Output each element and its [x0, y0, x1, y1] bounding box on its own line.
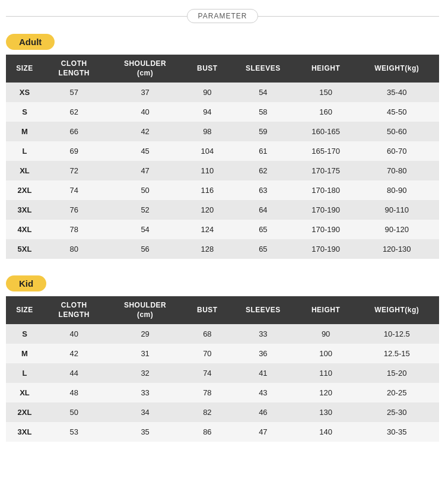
- table-cell: 53: [43, 422, 105, 442]
- table-cell: S: [6, 102, 43, 122]
- table-cell: 45-50: [354, 102, 439, 122]
- table-cell: 130: [297, 402, 355, 422]
- table-cell: 33: [229, 324, 297, 344]
- table-cell: 170-190: [297, 220, 355, 239]
- table-cell: 90-120: [354, 220, 439, 239]
- table-cell: 48: [43, 383, 105, 402]
- table-cell: 90: [297, 324, 355, 344]
- table-cell: XS: [6, 83, 43, 102]
- table-cell: 160: [297, 102, 355, 122]
- adult-col-height: HEIGHT: [297, 55, 355, 83]
- table-cell: 120-130: [354, 239, 439, 259]
- adult-table: SIZE CLOTHLENGTH SHOULDER(cm) BUST SLEEV…: [6, 55, 439, 259]
- table-cell: 70: [186, 344, 229, 363]
- table-cell: 128: [186, 239, 229, 259]
- kid-col-cloth: CLOTHLENGTH: [43, 296, 105, 324]
- table-row: XL724711062170-17570-80: [6, 161, 439, 180]
- table-cell: M: [6, 122, 43, 141]
- kid-section: Kid SIZE CLOTHLENGTH SHOULDER(cm) BUST S…: [6, 275, 439, 442]
- table-cell: 57: [43, 83, 105, 102]
- table-cell: 78: [186, 383, 229, 402]
- table-cell: 94: [186, 102, 229, 122]
- kid-col-shoulder: SHOULDER(cm): [105, 296, 186, 324]
- table-cell: 150: [297, 83, 355, 102]
- table-cell: 29: [105, 324, 186, 344]
- table-cell: 35: [105, 422, 186, 442]
- parameter-header: PARAMETER: [6, 9, 439, 23]
- kid-col-height: HEIGHT: [297, 296, 355, 324]
- table-cell: 62: [43, 102, 105, 122]
- table-cell: 35-40: [354, 83, 439, 102]
- table-cell: 80: [43, 239, 105, 259]
- table-cell: S: [6, 324, 43, 344]
- table-cell: 100: [297, 344, 355, 363]
- table-cell: 110: [297, 363, 355, 383]
- table-cell: 120: [186, 200, 229, 220]
- kid-col-weight: WEIGHT(kg): [354, 296, 439, 324]
- table-cell: L: [6, 363, 43, 383]
- adult-col-sleeves: SLEEVES: [229, 55, 297, 83]
- table-cell: 2XL: [6, 402, 43, 422]
- table-cell: 165-170: [297, 141, 355, 161]
- table-cell: 44: [43, 363, 105, 383]
- table-cell: 90-110: [354, 200, 439, 220]
- adult-col-bust: BUST: [186, 55, 229, 83]
- table-cell: 69: [43, 141, 105, 161]
- table-cell: 31: [105, 344, 186, 363]
- adult-col-size: SIZE: [6, 55, 43, 83]
- table-cell: 62: [229, 161, 297, 180]
- table-cell: 86: [186, 422, 229, 442]
- table-cell: 59: [229, 122, 297, 141]
- table-cell: 52: [105, 200, 186, 220]
- table-row: S402968339010-12.5: [6, 324, 439, 344]
- table-cell: 90: [186, 83, 229, 102]
- table-cell: 56: [105, 239, 186, 259]
- table-cell: 50: [43, 402, 105, 422]
- table-cell: 4XL: [6, 220, 43, 239]
- kid-col-sleeves: SLEEVES: [229, 296, 297, 324]
- adult-header-row: SIZE CLOTHLENGTH SHOULDER(cm) BUST SLEEV…: [6, 55, 439, 83]
- table-cell: 60-70: [354, 141, 439, 161]
- table-cell: 76: [43, 200, 105, 220]
- table-cell: 12.5-15: [354, 344, 439, 363]
- table-row: L694510461165-17060-70: [6, 141, 439, 161]
- table-cell: 20-25: [354, 383, 439, 402]
- table-cell: 34: [105, 402, 186, 422]
- table-row: XL4833784312020-25: [6, 383, 439, 402]
- table-cell: 2XL: [6, 180, 43, 200]
- table-cell: 47: [105, 161, 186, 180]
- table-cell: 116: [186, 180, 229, 200]
- table-cell: 72: [43, 161, 105, 180]
- table-cell: 170-180: [297, 180, 355, 200]
- table-cell: 10-12.5: [354, 324, 439, 344]
- table-row: 3XL765212064170-19090-110: [6, 200, 439, 220]
- table-cell: 110: [186, 161, 229, 180]
- table-cell: 54: [105, 220, 186, 239]
- table-cell: 45: [105, 141, 186, 161]
- table-cell: 64: [229, 200, 297, 220]
- table-cell: 82: [186, 402, 229, 422]
- table-cell: 54: [229, 83, 297, 102]
- table-row: 3XL5335864714030-35: [6, 422, 439, 442]
- table-cell: 58: [229, 102, 297, 122]
- table-cell: XL: [6, 161, 43, 180]
- table-cell: 15-20: [354, 363, 439, 383]
- table-cell: 104: [186, 141, 229, 161]
- kid-col-bust: BUST: [186, 296, 229, 324]
- table-row: M66429859160-16550-60: [6, 122, 439, 141]
- table-cell: 68: [186, 324, 229, 344]
- table-cell: 25-30: [354, 402, 439, 422]
- table-cell: 40: [105, 102, 186, 122]
- table-row: XS5737905415035-40: [6, 83, 439, 102]
- table-cell: 140: [297, 422, 355, 442]
- table-row: 2XL745011663170-18080-90: [6, 180, 439, 200]
- table-cell: 120: [297, 383, 355, 402]
- table-cell: 170-190: [297, 239, 355, 259]
- table-cell: 41: [229, 363, 297, 383]
- table-cell: 5XL: [6, 239, 43, 259]
- table-cell: 30-35: [354, 422, 439, 442]
- table-cell: 47: [229, 422, 297, 442]
- table-cell: 70-80: [354, 161, 439, 180]
- kid-header-row: SIZE CLOTHLENGTH SHOULDER(cm) BUST SLEEV…: [6, 296, 439, 324]
- kid-badge: Kid: [6, 275, 46, 291]
